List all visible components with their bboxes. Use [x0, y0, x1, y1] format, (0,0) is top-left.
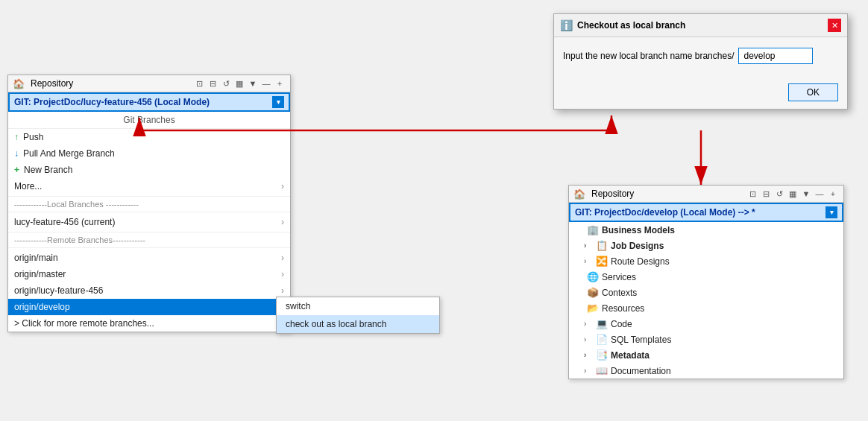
remote-lucy[interactable]: origin/lucy-feature-456 › [8, 282, 290, 299]
business-label: Business Models [602, 225, 675, 235]
branch-submenu: switch check out as local branch [276, 297, 440, 334]
sql-toggle: › [584, 335, 593, 344]
resources-icon: 📂 [587, 303, 599, 314]
tree-documentation[interactable]: › 📖 Documentation [569, 363, 843, 379]
code-label: Code [611, 319, 632, 329]
local-branches-separator: ------------Local Branches ------------ [8, 196, 290, 212]
code-icon: 💻 [596, 318, 608, 329]
left-branch-selector[interactable]: GIT: ProjectDoc/lucy-feature-456 (Local … [8, 92, 290, 112]
dialog-close-button[interactable]: ✕ [828, 19, 841, 32]
ok-button[interactable]: OK [788, 83, 838, 101]
push-item[interactable]: ↑ Push [8, 129, 290, 145]
sql-icon: 📄 [596, 334, 608, 345]
tree-sql-templates[interactable]: › 📄 SQL Templates [569, 332, 843, 347]
business-icon: 🏢 [587, 224, 599, 235]
job-toggle: › [584, 241, 593, 250]
metadata-label: Metadata [611, 350, 650, 361]
right-icon-grid[interactable]: ⊟ [760, 188, 772, 200]
remote-lucy-label: origin/lucy-feature-456 [14, 285, 103, 296]
job-label: Job Designs [611, 241, 664, 251]
remote-main-label: origin/main [14, 253, 58, 263]
tree-contexts[interactable]: 📦 Contexts [569, 285, 843, 300]
right-icon-minimize[interactable]: — [814, 188, 825, 200]
contexts-icon: 📦 [587, 287, 599, 298]
route-toggle: › [584, 257, 593, 265]
right-panel-header: 🏠 Repository ⊡ ⊟ ↺ ▦ ▼ — + [569, 186, 843, 203]
local-branch-current[interactable]: lucy-feature-456 (current) › [8, 214, 290, 230]
new-branch-item[interactable]: + New Branch [8, 162, 290, 178]
doc-icon: 📖 [596, 365, 608, 376]
remote-develop[interactable]: origin/develop › [8, 299, 290, 315]
left-branch-name: GIT: ProjectDoc/lucy-feature-456 (Local … [14, 97, 272, 107]
remote-master-label: origin/master [14, 269, 66, 279]
left-branch-dropdown-btn[interactable]: ▾ [272, 96, 284, 108]
new-branch-icon: + [14, 165, 19, 175]
right-icon-view[interactable]: ▦ [787, 188, 799, 200]
right-branch-selector[interactable]: GIT: ProjectDoc/develop (Local Mode) -->… [569, 203, 843, 222]
services-label: Services [602, 272, 636, 282]
right-branch-name: GIT: ProjectDoc/develop (Local Mode) -->… [575, 207, 825, 218]
icon-minimize[interactable]: — [260, 77, 272, 89]
right-branch-dropdown-btn[interactable]: ▾ [825, 206, 837, 218]
remote-branches-separator: ------------Remote Branches------------ [8, 232, 290, 248]
route-label: Route Designs [611, 256, 670, 267]
doc-label: Documentation [611, 366, 671, 376]
more-remote-label: > Click for more remote branches... [14, 318, 154, 329]
right-tree-panel: 🏢 Business Models › 📋 Job Designs › 🔀 Ro… [569, 222, 843, 379]
left-repository-panel: 🏠 Repository ⊡ ⊟ ↺ ▦ ▼ — + GIT: ProjectD… [7, 75, 291, 332]
tree-resources[interactable]: 📂 Resources [569, 300, 843, 316]
home-icon: 🏠 [13, 78, 25, 89]
tree-job-designs[interactable]: › 📋 Job Designs [569, 238, 843, 253]
dialog-title: Checkout as local branch [577, 20, 823, 31]
icon-view[interactable]: ▦ [233, 77, 245, 89]
right-icon-chevron[interactable]: ▼ [800, 188, 812, 200]
tree-metadata[interactable]: › 📑 Metadata [569, 347, 843, 363]
icon-refresh[interactable]: ↺ [220, 77, 232, 89]
dialog-label-text: Input the new local branch name branches… [563, 51, 734, 61]
switch-item[interactable]: switch [277, 297, 439, 315]
pull-icon: ↓ [14, 148, 19, 159]
branch-name-input[interactable] [738, 48, 813, 64]
more-remote-branches[interactable]: > Click for more remote branches... [8, 315, 290, 332]
icon-restore[interactable]: ⊡ [193, 77, 205, 89]
checkout-dialog: ℹ️ Checkout as local branch ✕ Input the … [553, 13, 848, 110]
remote-main[interactable]: origin/main › [8, 250, 290, 266]
dialog-buttons: OK [554, 79, 847, 109]
remote-master[interactable]: origin/master › [8, 266, 290, 282]
pull-merge-item[interactable]: ↓ Pull And Merge Branch [8, 145, 290, 162]
metadata-toggle: › [584, 351, 593, 359]
dialog-icon: ℹ️ [560, 19, 573, 31]
icon-chevron[interactable]: ▼ [247, 77, 259, 89]
checkout-local-item[interactable]: check out as local branch [277, 315, 439, 333]
services-icon: 🌐 [587, 271, 599, 282]
right-icon-restore[interactable]: ⊡ [746, 188, 758, 200]
right-home-icon: 🏠 [573, 189, 585, 200]
new-branch-label: New Branch [24, 165, 72, 175]
right-header-icons: ⊡ ⊟ ↺ ▦ ▼ — + [746, 188, 839, 200]
right-icon-refresh[interactable]: ↺ [773, 188, 785, 200]
pull-label: Pull And Merge Branch [23, 148, 115, 159]
more-item[interactable]: More... › [8, 178, 290, 194]
left-panel-header: 🏠 Repository ⊡ ⊟ ↺ ▦ ▼ — + [8, 75, 290, 92]
contexts-label: Contexts [602, 288, 637, 298]
code-toggle: › [584, 320, 593, 328]
resources-label: Resources [602, 303, 644, 314]
tree-services[interactable]: 🌐 Services [569, 269, 843, 285]
tree-code[interactable]: › 💻 Code [569, 316, 843, 332]
dialog-titlebar: ℹ️ Checkout as local branch ✕ [554, 14, 847, 37]
remote-master-arrow: › [281, 269, 284, 279]
icon-grid[interactable]: ⊟ [207, 77, 218, 89]
icon-add[interactable]: + [274, 77, 286, 89]
right-icon-add[interactable]: + [827, 188, 839, 200]
right-repository-panel: 🏠 Repository ⊡ ⊟ ↺ ▦ ▼ — + GIT: ProjectD… [568, 185, 844, 379]
metadata-icon: 📑 [596, 349, 608, 361]
remote-lucy-arrow: › [281, 285, 284, 296]
remote-main-arrow: › [281, 253, 284, 263]
more-label: More... [14, 181, 42, 191]
tree-business-models[interactable]: 🏢 Business Models [569, 222, 843, 238]
left-panel-title: Repository [31, 78, 190, 89]
dialog-body: Input the new local branch name branches… [554, 37, 847, 79]
left-header-icons: ⊡ ⊟ ↺ ▦ ▼ — + [193, 77, 286, 89]
tree-route-designs[interactable]: › 🔀 Route Designs [569, 253, 843, 269]
remote-develop-label: origin/develop [14, 302, 70, 312]
